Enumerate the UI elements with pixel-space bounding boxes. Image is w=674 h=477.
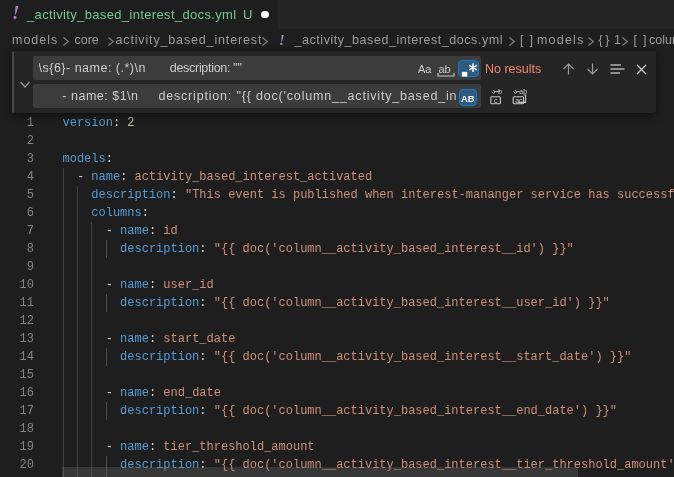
svg-text:ab: ab — [519, 88, 527, 95]
svg-text:b: b — [498, 87, 502, 96]
svg-text:c: c — [494, 97, 498, 104]
svg-text:ac: ac — [515, 97, 523, 104]
